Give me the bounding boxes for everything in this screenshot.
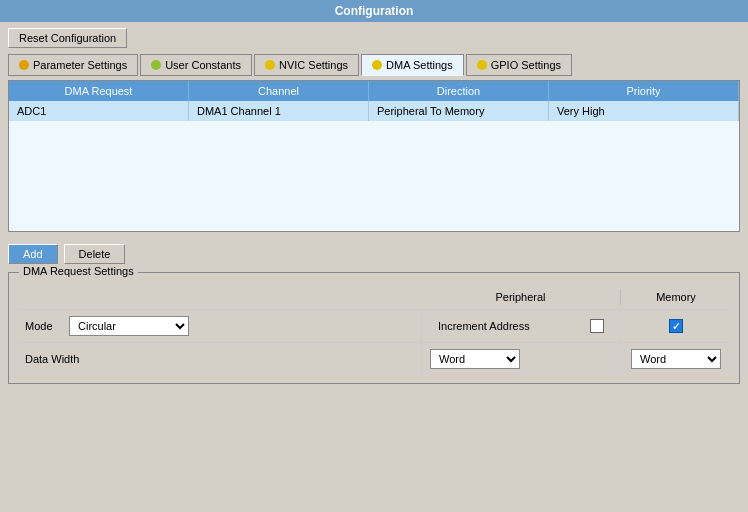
col-header-channel: Channel [189, 81, 369, 101]
tab-label-parameter: Parameter Settings [33, 59, 127, 71]
delete-button[interactable]: Delete [64, 244, 126, 264]
settings-content: Peripheral Memory Mode Circular Normal I… [17, 289, 731, 375]
page-title: Configuration [0, 0, 748, 22]
table-header: DMA Request Channel Direction Priority [9, 81, 739, 101]
col-header-priority: Priority [549, 81, 739, 101]
dma-request-settings: DMA Request Settings Peripheral Memory M… [8, 272, 740, 384]
tab-label-user-constants: User Constants [165, 59, 241, 71]
tab-label-dma: DMA Settings [386, 59, 453, 71]
mode-left: Mode Circular Normal [17, 310, 421, 342]
peripheral-col-label: Peripheral [421, 289, 621, 305]
tab-label-gpio: GPIO Settings [491, 59, 561, 71]
memory-data-width-select[interactable]: Word Byte Half Word [631, 349, 721, 369]
increment-peripheral-checkbox[interactable] [590, 319, 604, 333]
increment-label: Increment Address [438, 320, 530, 332]
mode-row: Mode Circular Normal Increment Address [17, 309, 731, 342]
tab-dma[interactable]: DMA Settings [361, 54, 464, 76]
increment-center: Increment Address [421, 310, 621, 342]
tab-label-nvic: NVIC Settings [279, 59, 348, 71]
cell-priority: Very High [549, 101, 739, 121]
mode-select[interactable]: Circular Normal [69, 316, 189, 336]
add-button[interactable]: Add [8, 244, 58, 264]
table-body: ADC1 DMA1 Channel 1 Peripheral To Memory… [9, 101, 739, 231]
increment-memory-checkbox[interactable] [669, 319, 683, 333]
reset-configuration-button[interactable]: Reset Configuration [8, 28, 127, 48]
content-area: DMA Request Channel Direction Priority A… [8, 80, 740, 232]
cell-dma-request: ADC1 [9, 101, 189, 121]
cell-channel: DMA1 Channel 1 [189, 101, 369, 121]
table-row[interactable]: ADC1 DMA1 Channel 1 Peripheral To Memory… [9, 101, 739, 121]
settings-header-row: Peripheral Memory [17, 289, 731, 305]
spacer [17, 289, 421, 305]
settings-legend: DMA Request Settings [19, 265, 138, 277]
tab-parameter[interactable]: Parameter Settings [8, 54, 138, 76]
data-width-right: Word Byte Half Word [621, 343, 731, 375]
tab-dot-user-constants [151, 60, 161, 70]
peripheral-data-width-select[interactable]: Word Byte Half Word [430, 349, 520, 369]
memory-col-label: Memory [621, 289, 731, 305]
tab-gpio[interactable]: GPIO Settings [466, 54, 572, 76]
cell-direction: Peripheral To Memory [369, 101, 549, 121]
tab-dot-nvic [265, 60, 275, 70]
data-width-row: Data Width Word Byte Half Word Word Byte… [17, 342, 731, 375]
toolbar: Reset Configuration [0, 22, 748, 54]
data-width-center: Word Byte Half Word [421, 343, 621, 375]
data-width-left: Data Width [17, 343, 421, 375]
tab-dot-gpio [477, 60, 487, 70]
mode-label: Mode [25, 320, 61, 332]
col-header-dma-request: DMA Request [9, 81, 189, 101]
tab-user-constants[interactable]: User Constants [140, 54, 252, 76]
tab-dot-dma [372, 60, 382, 70]
increment-right [621, 310, 731, 342]
col-header-direction: Direction [369, 81, 549, 101]
tab-nvic[interactable]: NVIC Settings [254, 54, 359, 76]
tabs-bar: Parameter Settings User Constants NVIC S… [0, 54, 748, 76]
data-width-label: Data Width [25, 353, 79, 365]
tab-dot-parameter [19, 60, 29, 70]
